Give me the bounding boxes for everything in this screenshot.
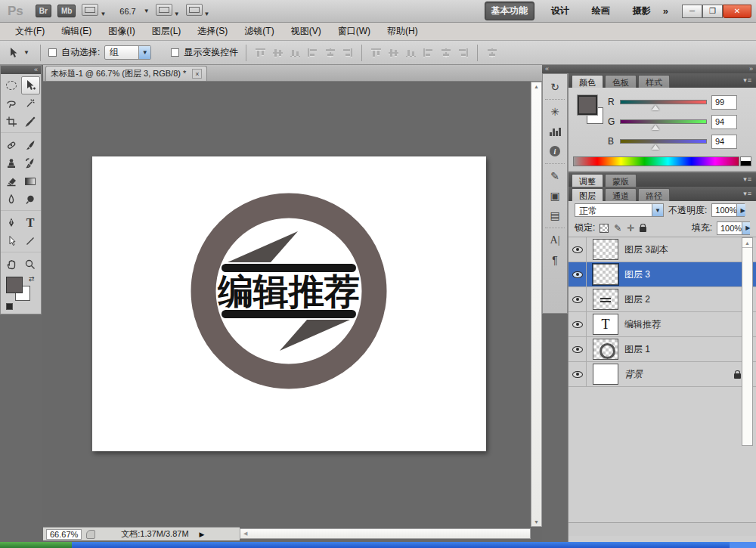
vertical-scrollbar[interactable]: ▲ ▼ [531,82,542,527]
crop-tool[interactable] [2,113,21,131]
bridge-button[interactable]: Br [36,5,51,17]
foreground-color-swatch[interactable] [578,95,597,115]
channel-slider[interactable] [620,100,707,104]
tab-close-icon[interactable]: × [192,69,202,79]
layer-name[interactable]: 图层 3 [624,268,741,281]
lock-position-icon[interactable]: ✛ [627,223,634,234]
slider-thumb-icon[interactable] [652,105,659,110]
default-colors-icon[interactable] [6,303,13,310]
distribute-right-icon[interactable] [457,47,469,58]
info-panel-icon[interactable]: i [546,142,564,160]
distribute-center-icon[interactable] [439,47,452,58]
layer-visibility-eye-icon[interactable] [572,371,583,378]
type-tool[interactable]: T [21,214,40,232]
menu-item[interactable]: 帮助(H) [380,23,426,40]
magic-wand-tool[interactable] [21,94,40,113]
menu-item[interactable]: 图像(I) [101,23,142,40]
align-top-icon[interactable] [254,47,267,58]
layer-row[interactable]: 图层 1 [569,337,756,362]
distribute-top-icon[interactable] [370,47,383,58]
panel-menu-icon[interactable]: ▾≡ [743,190,752,197]
workspace-overflow-button[interactable]: » [663,5,668,17]
dodge-burn-tool[interactable] [21,190,40,209]
zoom-level-field[interactable]: 66.7 [119,7,135,16]
scroll-up-icon[interactable]: ▲ [531,84,541,89]
workspace-button[interactable]: 基本功能 [485,2,534,20]
scroll-left-icon[interactable]: ◀ [243,531,247,537]
channel-slider[interactable] [620,139,707,144]
collapse-dock-icon[interactable]: « [545,65,549,73]
foreground-color-swatch[interactable] [6,277,23,293]
align-center-icon[interactable] [324,47,336,58]
scroll-up-icon[interactable]: ▲ [742,238,752,248]
clone-stamp-tool[interactable] [2,154,21,172]
layer-thumbnail[interactable] [593,289,618,310]
menu-item[interactable]: 选择(S) [190,23,235,40]
line-shape-tool[interactable] [21,232,40,250]
path-selection-tool[interactable] [2,232,21,250]
status-zoom-field[interactable]: 66.67% [46,529,82,540]
restore-button[interactable]: ❐ [702,5,723,18]
paragraph-panel-icon[interactable]: ¶ [546,251,564,269]
auto-select-dropdown[interactable]: 组 ▼ [104,45,151,60]
layer-comps-panel-icon[interactable]: ▤ [546,206,564,224]
character-panel-icon[interactable]: A| [546,231,564,249]
canvas[interactable]: 编辑推荐 [92,156,486,451]
distribute-bottom-icon[interactable] [404,47,417,58]
layer-thumbnail[interactable] [593,364,618,385]
channel-value-field[interactable]: 94 [711,135,737,149]
layers-scrollbar[interactable]: ▲ [742,237,753,446]
zoom-tool[interactable] [21,255,40,274]
horizontal-scrollbar[interactable]: ◀ [240,528,531,539]
lock-transparent-icon[interactable] [600,224,609,233]
lasso-tool[interactable] [2,94,21,113]
menu-item[interactable]: 文件(F) [8,23,52,40]
screen-mode-button[interactable]: ▼ [186,4,210,18]
marquee-tool[interactable] [2,76,21,94]
align-middle-icon[interactable] [271,47,284,58]
layer-thumbnail[interactable] [593,314,618,335]
status-menu-arrow-icon[interactable]: ▶ [200,531,205,538]
layer-visibility-eye-icon[interactable] [572,321,583,328]
close-button[interactable]: ✕ [723,5,751,18]
layer-name[interactable]: 背景 [624,368,734,381]
history-brush-tool[interactable] [21,154,40,172]
color-spectrum-ramp[interactable] [573,156,739,166]
layer-row[interactable]: 图层 2 [569,287,756,312]
document-tab[interactable]: 未标题-1 @ 66.7% (图层 3, RGB/8) * × [45,66,207,81]
menu-item[interactable]: 编辑(E) [54,23,99,40]
minimize-button[interactable]: ─ [682,5,702,18]
menu-item[interactable]: 视图(V) [284,23,329,40]
tool-preset-picker[interactable]: ▼ [5,47,33,59]
layer-row[interactable]: 图层 3 [569,262,756,287]
pen-tool[interactable] [2,214,21,232]
layer-visibility-eye-icon[interactable] [572,246,583,253]
layer-visibility-eye-icon[interactable] [572,346,583,353]
layer-row[interactable]: 背景 [569,362,756,387]
minibridge-button[interactable]: Mb [57,5,76,17]
eraser-tool[interactable] [2,172,21,190]
layer-thumbnail[interactable] [593,239,618,260]
panel-tab[interactable]: 图层 [572,188,603,201]
layer-visibility-eye-icon[interactable] [572,271,583,278]
windows-taskbar[interactable] [0,542,756,548]
layer-thumbnail[interactable] [593,264,618,285]
auto-align-layers-icon[interactable] [485,47,498,58]
menu-item[interactable]: 图层(L) [144,23,189,40]
distribute-left-icon[interactable] [422,47,435,58]
eyedropper-tool[interactable] [21,113,40,131]
channel-value-field[interactable]: 94 [711,115,737,129]
panel-tab[interactable]: 颜色 [572,75,603,88]
panel-tab[interactable]: 通道 [605,188,637,201]
workspace-button[interactable]: 绘画 [586,2,616,20]
panel-tab[interactable]: 调整 [572,174,603,187]
layer-row[interactable]: 编辑推荐 [569,312,756,337]
clone-source-panel-icon[interactable]: ▣ [546,187,564,205]
layer-row[interactable]: 图层 3副本 [569,237,756,262]
align-left-icon[interactable] [306,47,319,58]
brush-tool[interactable] [21,136,40,154]
layer-name[interactable]: 图层 3副本 [624,243,741,256]
lock-paint-icon[interactable]: ✎ [614,223,621,234]
arrange-documents-button[interactable]: ▼ [156,4,180,18]
move-tool[interactable] [21,76,40,94]
